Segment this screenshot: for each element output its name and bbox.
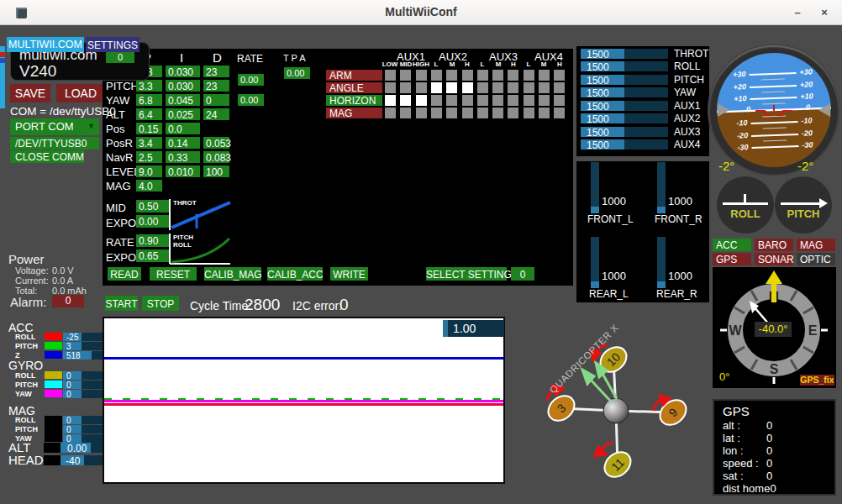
tab-settings[interactable]: SETTINGS (86, 37, 139, 52)
stop-button[interactable]: STOP (142, 296, 179, 311)
aux-checkbox-horizon-11[interactable] (554, 95, 565, 106)
save-button[interactable]: SAVE (10, 84, 50, 102)
attitude-indicator: +30+30 +20+20 +10+10 00 -10-10 -20-20 -3… (709, 45, 839, 175)
aux-checkbox-angle-2[interactable] (416, 82, 427, 93)
aux-checkbox-horizon-1[interactable] (400, 95, 411, 106)
pid-value-pos-p[interactable]: 0.15 (136, 123, 162, 134)
rate-value[interactable]: 0.90 (136, 234, 171, 247)
start-button[interactable]: START (105, 296, 138, 311)
pid-value-alt-i[interactable]: 0.025 (166, 108, 200, 120)
expo-rate-value[interactable]: 0.65 (136, 249, 171, 262)
aux-checkbox-horizon-9[interactable] (524, 95, 534, 106)
pid-value-posr-d[interactable]: 0.053 (203, 137, 229, 149)
pid-value-posr-p[interactable]: 3.4 (136, 137, 162, 149)
aux-checkbox-angle-5[interactable] (462, 82, 473, 93)
aux-checkbox-angle-8[interactable] (508, 82, 518, 93)
close-comm-button[interactable]: CLOSE COMM (10, 150, 84, 163)
aux-checkbox-mag-0[interactable] (385, 108, 396, 118)
aux-checkbox-angle-7[interactable] (492, 82, 503, 93)
rate-yaw-box[interactable]: 0.00 (238, 94, 264, 106)
aux4-col-m: M (535, 60, 552, 68)
aux-checkbox-mag-8[interactable] (508, 108, 518, 118)
pid-value-alt-p[interactable]: 6.4 (136, 108, 162, 120)
pid-value-roll-i[interactable]: 0.030 (166, 66, 200, 77)
aux-checkbox-horizon-3[interactable] (431, 95, 442, 106)
aux-checkbox-horizon-10[interactable] (539, 95, 550, 106)
setting-value-box[interactable]: 0 (511, 267, 534, 281)
pid-value-level-p[interactable]: 9.0 (136, 165, 162, 177)
aux-checkbox-angle-11[interactable] (554, 82, 565, 93)
pid-value-level-i[interactable]: 0.010 (166, 165, 200, 177)
select-setting-button[interactable]: SELECT SETTING (426, 267, 507, 281)
aux-checkbox-horizon-2[interactable] (416, 95, 427, 106)
pid-value-navr-p[interactable]: 2.5 (136, 151, 162, 163)
aux-checkbox-mag-3[interactable] (431, 108, 442, 118)
aux-checkbox-arm-9[interactable] (524, 70, 534, 81)
aux-checkbox-angle-10[interactable] (539, 82, 550, 93)
pid-value-alt-d[interactable]: 24 (203, 108, 229, 120)
pid-value-posr-i[interactable]: 0.14 (166, 137, 200, 149)
minimize-button[interactable]: – (788, 6, 807, 19)
close-button[interactable]: × (815, 6, 834, 19)
aux-checkbox-arm-10[interactable] (539, 70, 550, 81)
aux-checkbox-angle-4[interactable] (446, 82, 457, 93)
aux-checkbox-arm-6[interactable] (477, 70, 488, 81)
reset-button[interactable]: RESET (150, 267, 197, 281)
aux-checkbox-arm-7[interactable] (492, 70, 503, 81)
aux-checkbox-horizon-5[interactable] (462, 95, 473, 106)
aux-checkbox-horizon-8[interactable] (508, 95, 518, 106)
calib-mag-button[interactable]: CALIB_MAG (204, 267, 261, 281)
port-list-item[interactable]: /DEV/TTYUSB0 (10, 137, 99, 150)
aux-checkbox-horizon-4[interactable] (446, 95, 457, 106)
pid-value-pitch-p[interactable]: 3.3 (136, 80, 162, 92)
aux-checkbox-mag-5[interactable] (462, 108, 473, 118)
pid-value-navr-i[interactable]: 0.33 (166, 151, 200, 163)
write-button[interactable]: WRITE (330, 267, 368, 281)
aux-checkbox-arm-1[interactable] (400, 70, 411, 81)
pid-value-pos-i[interactable]: 0.0 (166, 123, 200, 134)
aux-checkbox-arm-5[interactable] (462, 70, 473, 81)
aux-checkbox-arm-3[interactable] (431, 70, 442, 81)
aux-checkbox-mag-10[interactable] (539, 108, 550, 118)
aux-checkbox-mag-7[interactable] (492, 108, 503, 118)
pid-value-level-d[interactable]: 100 (203, 165, 229, 177)
aux-checkbox-arm-0[interactable] (385, 70, 396, 81)
read-button[interactable]: READ (108, 267, 141, 281)
aux-checkbox-mag-9[interactable] (524, 108, 534, 118)
aux-checkbox-arm-4[interactable] (446, 70, 457, 81)
port-com-dropdown[interactable]: PORT COM ▼ (10, 118, 99, 135)
pid-value-mag-p[interactable]: 4.0 (136, 180, 162, 192)
tpa-box[interactable]: 0.00 (284, 67, 310, 79)
pid-value-yaw-i[interactable]: 0.045 (166, 94, 200, 106)
pid-value-roll-d[interactable]: 23 (203, 66, 229, 77)
load-button[interactable]: LOAD (56, 84, 105, 102)
aux-checkbox-angle-9[interactable] (524, 82, 534, 93)
aux-checkbox-horizon-7[interactable] (492, 95, 503, 106)
rate-rollpitch-box[interactable]: 0.00 (238, 74, 264, 86)
aux-checkbox-horizon-0[interactable] (385, 95, 396, 106)
aux-checkbox-angle-3[interactable] (431, 82, 442, 93)
calib-acc-button[interactable]: CALIB_ACC (267, 267, 323, 281)
pid-value-pitch-i[interactable]: 0.030 (166, 80, 200, 92)
pid-value-yaw-p[interactable]: 6.8 (136, 94, 162, 106)
mid-value[interactable]: 0.50 (136, 200, 171, 213)
pid-value-navr-d[interactable]: 0.083 (203, 151, 229, 163)
voltage-label: Voltage: (15, 265, 49, 276)
aux-checkbox-mag-2[interactable] (416, 108, 427, 118)
aux-checkbox-horizon-6[interactable] (477, 95, 488, 106)
aux-checkbox-arm-2[interactable] (416, 70, 427, 81)
pid-value-pitch-d[interactable]: 23 (203, 80, 229, 92)
expo-throttle-value[interactable]: 0.00 (136, 215, 171, 228)
aux-checkbox-mag-1[interactable] (400, 108, 411, 118)
tab-multiwii-com[interactable]: MULTIWII.COM (7, 37, 84, 52)
aux-checkbox-angle-0[interactable] (385, 82, 396, 93)
aux-checkbox-mag-4[interactable] (446, 108, 457, 118)
aux-checkbox-angle-6[interactable] (477, 82, 488, 93)
pid-value-yaw-d[interactable]: 0 (203, 94, 229, 106)
aux-checkbox-mag-6[interactable] (477, 108, 488, 118)
aux-checkbox-arm-8[interactable] (508, 70, 518, 81)
aux-checkbox-arm-11[interactable] (554, 70, 565, 81)
aux-checkbox-mag-11[interactable] (554, 108, 565, 118)
graph-scale-box[interactable]: 1.00 (443, 320, 504, 337)
aux-checkbox-angle-1[interactable] (400, 82, 411, 93)
